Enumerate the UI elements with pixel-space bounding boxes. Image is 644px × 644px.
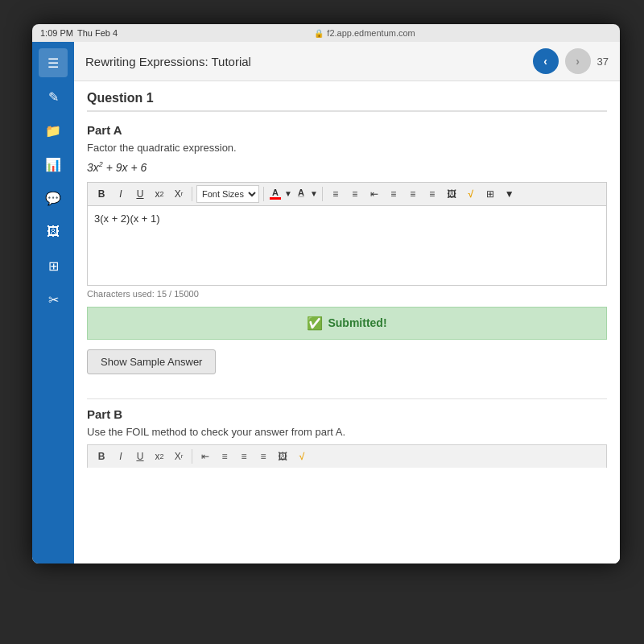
dropdown-arrow-highlight[interactable]: ▼: [310, 189, 318, 198]
part-a-instruction: Factor the quadratic expression.: [87, 142, 607, 154]
submitted-check-icon: ✅: [307, 316, 323, 331]
separator-1: [192, 187, 192, 201]
top-bar: Rewriting Expressions: Tutorial ‹ › 37: [74, 42, 620, 81]
sidebar: ☰ ✎ 📁 📊 💬 🖼 ⊞ ✂: [32, 42, 74, 564]
image-button[interactable]: 🖼: [443, 185, 460, 203]
part-b-align2-button[interactable]: ≡: [235, 448, 253, 465]
content-area: Rewriting Expressions: Tutorial ‹ › 37 Q…: [74, 42, 620, 564]
page-title: Rewriting Expressions: Tutorial: [85, 55, 251, 68]
show-sample-answer-button[interactable]: Show Sample Answer: [87, 349, 216, 374]
part-b-align3-button[interactable]: ≡: [254, 448, 272, 465]
align-center-button[interactable]: ≡: [385, 185, 402, 203]
list-unordered-button[interactable]: ≡: [327, 185, 345, 203]
more-button[interactable]: ▼: [501, 185, 518, 203]
separator-2: [263, 187, 264, 201]
lock-icon: 🔒: [314, 29, 324, 38]
list-ordered-button[interactable]: ≡: [346, 185, 364, 203]
page-number: 37: [597, 56, 609, 68]
url: f2.app.edmentum.com: [327, 28, 415, 38]
sidebar-icon-image[interactable]: 🖼: [39, 217, 68, 246]
table-button[interactable]: ⊞: [481, 185, 499, 203]
part-b-subscript-button[interactable]: Xr: [170, 448, 188, 465]
part-b-section: Part B Use the FOIL method to check your…: [87, 407, 607, 468]
submitted-banner: ✅ Submitted!: [87, 307, 607, 340]
font-sizes-select[interactable]: Font Sizes: [196, 185, 259, 203]
part-b-image-button[interactable]: 🖼: [274, 448, 291, 465]
time: 1:09 PM: [40, 28, 73, 38]
section-divider: [87, 398, 607, 399]
sidebar-icon-chat[interactable]: 💬: [39, 184, 68, 213]
nav-forward-button[interactable]: ›: [565, 48, 591, 74]
part-b-underline-button[interactable]: U: [131, 448, 149, 465]
part-b-indent-button[interactable]: ⇤: [196, 448, 214, 465]
top-bar-controls: ‹ › 37: [533, 48, 609, 74]
sidebar-icon-menu[interactable]: ☰: [39, 48, 68, 77]
math-expression: 3x2 + 9x + 6: [87, 160, 607, 174]
sidebar-icon-grid[interactable]: ⊞: [39, 251, 68, 280]
subscript-button[interactable]: Xr: [170, 185, 188, 203]
part-b-instruction: Use the FOIL method to check your answer…: [87, 426, 607, 438]
part-b-italic-button[interactable]: I: [112, 448, 130, 465]
question-header: Question 1: [87, 91, 607, 112]
sidebar-icon-folder[interactable]: 📁: [39, 116, 68, 145]
main-container: ☰ ✎ 📁 📊 💬 🖼 ⊞ ✂ Rewriting Expressions: T…: [32, 42, 620, 564]
part-b-separator: [192, 449, 192, 464]
part-b-label: Part B: [87, 407, 607, 421]
align-right-button[interactable]: ≡: [404, 185, 422, 203]
part-b-superscript-button[interactable]: x2: [151, 448, 168, 465]
part-b-math-button[interactable]: √: [293, 448, 311, 465]
underline-button[interactable]: U: [131, 185, 149, 203]
nav-back-button[interactable]: ‹: [533, 48, 559, 74]
part-b-align-button[interactable]: ≡: [216, 448, 233, 465]
submitted-text: Submitted!: [328, 316, 386, 329]
date: Thu Feb 4: [77, 28, 118, 38]
separator-3: [322, 187, 323, 201]
status-bar-left: 1:09 PM Thu Feb 4: [40, 28, 118, 38]
part-b-toolbar: B I U x2 Xr ⇤ ≡ ≡ ≡ 🖼 √: [87, 444, 607, 468]
sidebar-icon-edit[interactable]: ✎: [39, 82, 68, 111]
sidebar-icon-scissors[interactable]: ✂: [39, 285, 68, 314]
status-bar: 1:09 PM Thu Feb 4 🔒 f2.app.edmentum.com: [32, 24, 620, 42]
part-a-section: Part A Factor the quadratic expression. …: [87, 123, 607, 390]
answer-input[interactable]: 3(x + 2)(x + 1): [87, 205, 607, 286]
indent-left-button[interactable]: ⇤: [365, 185, 383, 203]
bold-button[interactable]: B: [93, 185, 110, 203]
text-color-button[interactable]: A: [268, 185, 283, 203]
status-bar-center: 🔒 f2.app.edmentum.com: [314, 28, 415, 38]
math-button[interactable]: √: [462, 185, 480, 203]
part-b-bold-button[interactable]: B: [93, 448, 110, 465]
answer-text: 3(x + 2)(x + 1): [94, 213, 160, 225]
sidebar-icon-chart[interactable]: 📊: [39, 150, 68, 179]
scroll-content[interactable]: Question 1 Part A Factor the quadratic e…: [74, 81, 620, 564]
align-justify-button[interactable]: ≡: [423, 185, 441, 203]
dropdown-arrow-color[interactable]: ▼: [284, 189, 292, 198]
chars-used: Characters used: 15 / 15000: [87, 289, 607, 299]
editor-toolbar: B I U x2 Xr Font Sizes A: [87, 182, 607, 205]
superscript-button[interactable]: x2: [151, 185, 168, 203]
italic-button[interactable]: I: [112, 185, 130, 203]
highlight-color-button[interactable]: A: [294, 185, 308, 203]
part-a-label: Part A: [87, 123, 607, 137]
